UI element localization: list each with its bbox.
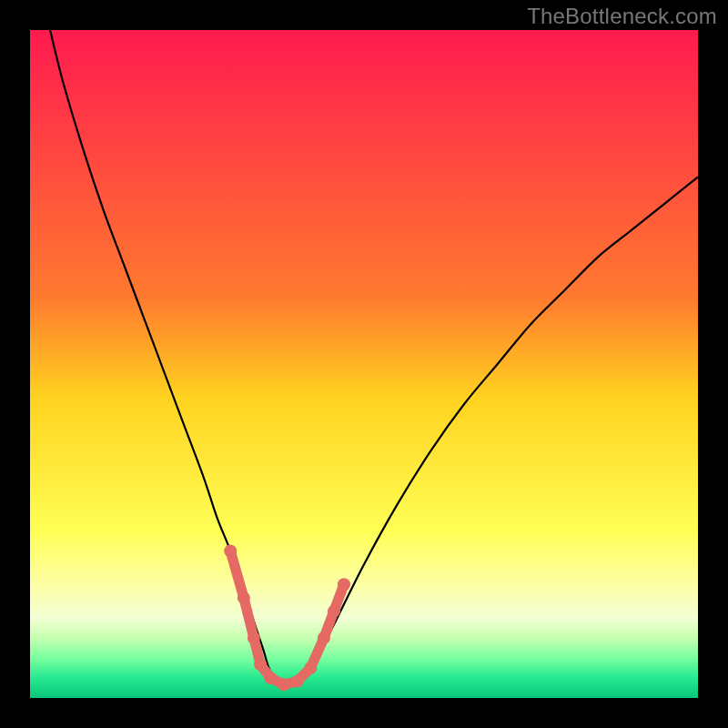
marker-point <box>224 545 237 558</box>
marker-point <box>328 605 340 618</box>
watermark-text: TheBottleneck.com <box>527 4 717 29</box>
marker-point <box>291 675 304 688</box>
marker-point <box>264 672 277 684</box>
plot-area <box>30 30 698 698</box>
marker-point <box>254 658 267 671</box>
marker-point <box>304 662 317 674</box>
marker-point <box>278 678 290 691</box>
gradient-background <box>30 30 698 698</box>
marker-point <box>318 632 330 644</box>
chart-svg <box>30 30 698 698</box>
chart-frame: TheBottleneck.com <box>0 0 728 728</box>
marker-point <box>238 592 250 604</box>
marker-point <box>248 632 260 644</box>
marker-point <box>338 578 350 591</box>
